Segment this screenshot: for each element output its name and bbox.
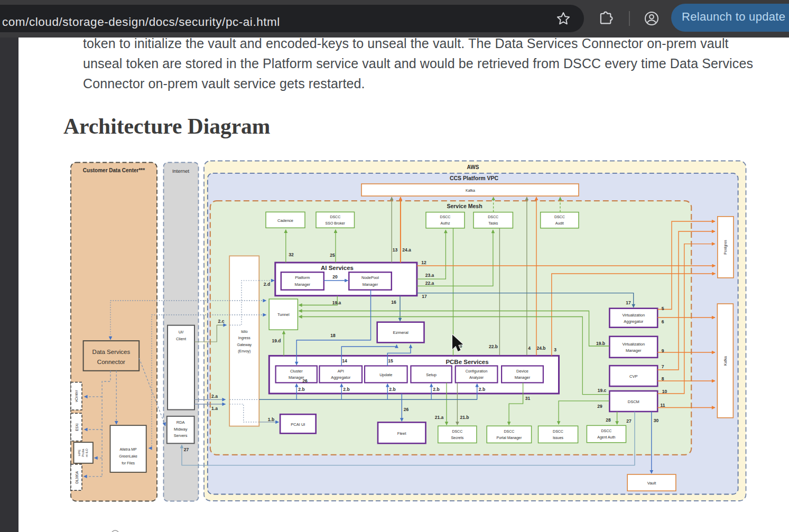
svg-text:API: API [338, 369, 344, 374]
svg-text:DL380A: DL380A [75, 471, 79, 483]
svg-text:32: 32 [289, 252, 294, 257]
svg-text:20: 20 [332, 274, 338, 279]
svg-text:(Envoy): (Envoy) [238, 349, 250, 353]
svg-text:17: 17 [626, 300, 631, 305]
svg-text:9: 9 [662, 348, 664, 353]
svg-text:2.b: 2.b [343, 387, 349, 392]
svg-text:Aggregator: Aggregator [624, 319, 644, 324]
svg-text:Cadence: Cadence [277, 218, 293, 223]
svg-text:nt iLO: nt iLO [85, 449, 88, 457]
svg-text:SSO Broker: SSO Broker [326, 221, 346, 225]
svg-text:DSCC: DSCC [488, 215, 498, 219]
svg-text:Midway: Midway [174, 427, 188, 432]
svg-text:Manager: Manager [626, 348, 642, 353]
svg-text:2.b: 2.b [389, 387, 395, 392]
svg-text:Kafka: Kafka [723, 356, 727, 366]
svg-text:GreenLake: GreenLake [119, 454, 137, 458]
svg-text:31: 31 [525, 396, 531, 401]
svg-text:22.a: 22.a [425, 281, 434, 286]
svg-text:Setup: Setup [426, 372, 437, 377]
svg-text:Client: Client [176, 337, 187, 341]
svg-text:DSCC: DSCC [601, 429, 611, 433]
svg-text:18: 18 [330, 333, 336, 338]
svg-text:Audit: Audit [555, 221, 564, 225]
svg-text:DSCC: DSCC [440, 215, 451, 219]
svg-text:21.a: 21.a [435, 415, 444, 420]
svg-text:ESXi: ESXi [75, 423, 79, 431]
svg-text:Device: Device [516, 369, 528, 374]
svg-text:Cluster: Cluster [290, 369, 303, 374]
svg-text:DSCC: DSCC [553, 430, 563, 433]
svg-text:21.b: 21.b [460, 415, 469, 420]
svg-text:Authz: Authz [441, 221, 450, 225]
svg-text:Platform: Platform [295, 275, 310, 280]
svg-text:27: 27 [626, 418, 632, 424]
svg-text:16: 16 [391, 300, 396, 305]
svg-text:28: 28 [606, 417, 611, 423]
svg-text:DSCC: DSCC [504, 430, 514, 433]
svg-text:Customer Data Center***: Customer Data Center*** [83, 167, 145, 173]
svg-text:Manager: Manager [363, 282, 378, 287]
svg-text:5: 5 [662, 306, 664, 311]
svg-text:PCAI UI: PCAI UI [291, 422, 305, 427]
svg-text:Issues: Issues [553, 436, 564, 440]
svg-text:DSCC: DSCC [452, 430, 462, 433]
svg-text:CCS Platform VPC: CCS Platform VPC [450, 175, 499, 181]
svg-text:17: 17 [422, 294, 427, 299]
svg-text:23.a: 23.a [425, 273, 434, 278]
svg-text:Manager: Manager [515, 375, 531, 380]
svg-text:PCBe Services: PCBe Services [445, 359, 488, 365]
svg-text:RDA: RDA [177, 420, 185, 425]
svg-text:vCenter: vCenter [75, 389, 79, 402]
svg-text:24.b: 24.b [536, 346, 545, 351]
svg-text:13: 13 [393, 247, 398, 253]
svg-text:29: 29 [597, 404, 602, 409]
svg-text:2.b: 2.b [298, 387, 304, 392]
svg-text:Connector: Connector [97, 359, 125, 365]
svg-text:Istio: Istio [241, 330, 248, 333]
svg-text:2.c: 2.c [218, 319, 225, 324]
svg-text:Service Mesh: Service Mesh [447, 203, 482, 209]
svg-text:UI/: UI/ [179, 330, 184, 334]
svg-text:Aggregator: Aggregator [331, 375, 351, 380]
svg-text:6: 6 [662, 319, 664, 324]
svg-text:Configuration: Configuration [466, 369, 488, 374]
svg-text:Vault: Vault [647, 481, 656, 486]
svg-text:19.d: 19.d [272, 338, 281, 343]
svg-text:HPE: HPE [78, 450, 81, 456]
svg-text:19.c: 19.c [598, 388, 607, 393]
svg-text:Servers: Servers [174, 433, 188, 438]
svg-text:12: 12 [421, 260, 426, 265]
svg-text:Kafka: Kafka [466, 189, 475, 192]
svg-text:DSCC: DSCC [330, 215, 340, 219]
svg-text:Data Services: Data Services [92, 349, 131, 355]
svg-text:14: 14 [342, 358, 347, 363]
svg-text:26: 26 [302, 378, 308, 384]
svg-text:Ingress: Ingress [238, 336, 250, 340]
svg-text:Analyzer: Analyzer [469, 376, 484, 380]
svg-text:15: 15 [388, 358, 393, 363]
svg-text:1.a: 1.a [211, 406, 218, 411]
svg-text:Ezmeral: Ezmeral [393, 330, 409, 335]
svg-text:19.a: 19.a [332, 300, 341, 305]
svg-text:30: 30 [654, 418, 659, 423]
svg-text:AI Services: AI Services [321, 265, 354, 271]
svg-text:Tasks: Tasks [488, 221, 498, 225]
svg-text:7: 7 [662, 364, 664, 369]
svg-text:22.b: 22.b [489, 344, 498, 349]
svg-text:Postgres: Postgres [723, 240, 728, 255]
svg-text:8: 8 [662, 376, 664, 381]
svg-text:2.d: 2.d [264, 282, 270, 287]
svg-text:CVP: CVP [629, 374, 637, 379]
svg-text:3: 3 [554, 347, 556, 352]
svg-text:Update: Update [379, 372, 392, 377]
svg-text:Manager: Manager [294, 282, 310, 287]
svg-text:Secrets: Secrets [451, 436, 463, 440]
svg-text:4: 4 [528, 346, 531, 351]
svg-text:1.b: 1.b [268, 417, 274, 422]
svg-text:27: 27 [184, 447, 189, 452]
svg-text:Tunnel: Tunnel [277, 312, 290, 317]
svg-text:Virtualization: Virtualization [622, 342, 645, 347]
svg-text:Agent Auth: Agent Auth [597, 435, 615, 440]
svg-text:19.b: 19.b [596, 341, 605, 346]
